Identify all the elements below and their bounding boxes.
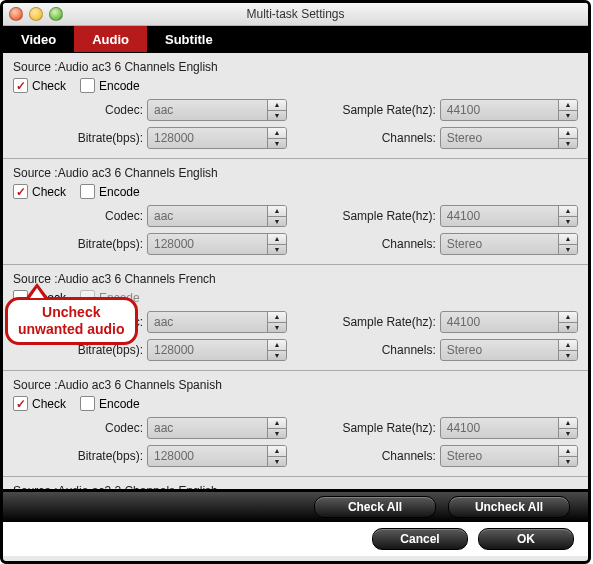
sample-rate-label: Sample Rate(hz): bbox=[324, 315, 440, 329]
encode-option[interactable]: Encode bbox=[80, 184, 140, 199]
select-value: Stereo bbox=[447, 237, 482, 251]
channels-label: Channels: bbox=[324, 343, 440, 357]
select-value: aac bbox=[154, 209, 173, 223]
encode-label: Encode bbox=[99, 79, 140, 93]
bitrate-select[interactable]: 128000▲▼ bbox=[147, 233, 287, 255]
select-value: 44100 bbox=[447, 209, 480, 223]
sample-rate-select[interactable]: 44100▲▼ bbox=[440, 99, 578, 121]
settings-window: Multi-task Settings VideoAudioSubtitle S… bbox=[0, 0, 591, 564]
minimize-icon[interactable] bbox=[29, 7, 43, 21]
channels-label: Channels: bbox=[324, 131, 440, 145]
encode-label: Encode bbox=[99, 185, 140, 199]
select-value: 44100 bbox=[447, 315, 480, 329]
check-label: Check bbox=[32, 291, 66, 305]
channels-select[interactable]: Stereo▲▼ bbox=[440, 339, 578, 361]
checkbox-icon[interactable] bbox=[13, 290, 28, 305]
audio-track: Source :Audio ac3 6 Channels SpanishChec… bbox=[3, 371, 588, 477]
stepper-icon[interactable]: ▲▼ bbox=[267, 100, 286, 120]
window-title: Multi-task Settings bbox=[246, 7, 344, 21]
checkbox-icon[interactable] bbox=[80, 78, 95, 93]
audio-track: Source :Audio ac3 6 Channels EnglishChec… bbox=[3, 53, 588, 159]
close-icon[interactable] bbox=[9, 7, 23, 21]
bitrate-label: Bitrate(bps): bbox=[13, 449, 147, 463]
audio-track-list[interactable]: Source :Audio ac3 6 Channels EnglishChec… bbox=[3, 53, 588, 489]
source-label: Source :Audio ac3 6 Channels Spanish bbox=[13, 375, 578, 395]
stepper-icon[interactable]: ▲▼ bbox=[267, 340, 286, 360]
stepper-icon[interactable]: ▲▼ bbox=[558, 100, 577, 120]
check-all-button[interactable]: Check All bbox=[314, 496, 436, 518]
select-value: 128000 bbox=[154, 449, 194, 463]
channels-select[interactable]: Stereo▲▼ bbox=[440, 127, 578, 149]
stepper-icon[interactable]: ▲▼ bbox=[267, 446, 286, 466]
ok-button[interactable]: OK bbox=[478, 528, 574, 550]
select-value: 44100 bbox=[447, 103, 480, 117]
codec-select[interactable]: aac▲▼ bbox=[147, 417, 287, 439]
stepper-icon[interactable]: ▲▼ bbox=[558, 312, 577, 332]
sample-rate-label: Sample Rate(hz): bbox=[324, 209, 440, 223]
stepper-icon[interactable]: ▲▼ bbox=[267, 312, 286, 332]
checkbox-icon[interactable] bbox=[13, 184, 28, 199]
checkbox-icon[interactable] bbox=[80, 184, 95, 199]
bitrate-label: Bitrate(bps): bbox=[13, 131, 147, 145]
stepper-icon[interactable]: ▲▼ bbox=[558, 234, 577, 254]
check-option[interactable]: Check bbox=[13, 78, 66, 93]
stepper-icon[interactable]: ▲▼ bbox=[558, 418, 577, 438]
dialog-action-bar: Cancel OK bbox=[3, 522, 588, 556]
select-value: 128000 bbox=[154, 343, 194, 357]
sample-rate-select[interactable]: 44100▲▼ bbox=[440, 205, 578, 227]
sample-rate-select[interactable]: 44100▲▼ bbox=[440, 417, 578, 439]
checkbox-icon[interactable] bbox=[80, 290, 95, 305]
checkbox-icon[interactable] bbox=[13, 396, 28, 411]
stepper-icon[interactable]: ▲▼ bbox=[558, 446, 577, 466]
codec-select[interactable]: aac▲▼ bbox=[147, 205, 287, 227]
stepper-icon[interactable]: ▲▼ bbox=[267, 128, 286, 148]
tab-subtitle[interactable]: Subtitle bbox=[147, 26, 231, 52]
select-value: Stereo bbox=[447, 343, 482, 357]
encode-label: Encode bbox=[99, 291, 140, 305]
codec-label: Codec: bbox=[13, 421, 147, 435]
check-option[interactable]: Check bbox=[13, 184, 66, 199]
select-value: aac bbox=[154, 421, 173, 435]
encode-option[interactable]: Encode bbox=[80, 396, 140, 411]
cancel-button[interactable]: Cancel bbox=[372, 528, 468, 550]
bitrate-label: Bitrate(bps): bbox=[13, 237, 147, 251]
bitrate-select[interactable]: 128000▲▼ bbox=[147, 339, 287, 361]
tab-video[interactable]: Video bbox=[3, 26, 74, 52]
check-label: Check bbox=[32, 397, 66, 411]
select-value: Stereo bbox=[447, 449, 482, 463]
select-value: aac bbox=[154, 103, 173, 117]
sample-rate-label: Sample Rate(hz): bbox=[324, 421, 440, 435]
codec-select[interactable]: aac▲▼ bbox=[147, 311, 287, 333]
encode-option[interactable]: Encode bbox=[80, 290, 140, 305]
stepper-icon[interactable]: ▲▼ bbox=[558, 128, 577, 148]
audio-track: Source :Audio ac3 6 Channels FrenchCheck… bbox=[3, 265, 588, 371]
stepper-icon[interactable]: ▲▼ bbox=[558, 206, 577, 226]
channels-select[interactable]: Stereo▲▼ bbox=[440, 445, 578, 467]
stepper-icon[interactable]: ▲▼ bbox=[267, 418, 286, 438]
stepper-icon[interactable]: ▲▼ bbox=[558, 340, 577, 360]
window-controls bbox=[9, 7, 63, 21]
source-label: Source :Audio ac3 6 Channels English bbox=[13, 57, 578, 77]
source-label: Source :Audio ac3 6 Channels English bbox=[13, 163, 578, 183]
bitrate-select[interactable]: 128000▲▼ bbox=[147, 445, 287, 467]
sample-rate-select[interactable]: 44100▲▼ bbox=[440, 311, 578, 333]
codec-select[interactable]: aac▲▼ bbox=[147, 99, 287, 121]
tab-audio[interactable]: Audio bbox=[74, 26, 147, 52]
select-value: 44100 bbox=[447, 421, 480, 435]
source-label: Source :Audio ac3 2 Channels English bbox=[13, 481, 578, 489]
sample-rate-label: Sample Rate(hz): bbox=[324, 103, 440, 117]
encode-option[interactable]: Encode bbox=[80, 78, 140, 93]
stepper-icon[interactable]: ▲▼ bbox=[267, 206, 286, 226]
channels-select[interactable]: Stereo▲▼ bbox=[440, 233, 578, 255]
codec-label: Codec: bbox=[13, 209, 147, 223]
checkbox-icon[interactable] bbox=[80, 396, 95, 411]
select-value: Stereo bbox=[447, 131, 482, 145]
check-option[interactable]: Check bbox=[13, 396, 66, 411]
uncheck-all-button[interactable]: Uncheck All bbox=[448, 496, 570, 518]
checkbox-icon[interactable] bbox=[13, 78, 28, 93]
bitrate-select[interactable]: 128000▲▼ bbox=[147, 127, 287, 149]
select-value: 128000 bbox=[154, 131, 194, 145]
stepper-icon[interactable]: ▲▼ bbox=[267, 234, 286, 254]
zoom-icon[interactable] bbox=[49, 7, 63, 21]
check-option[interactable]: Check bbox=[13, 290, 66, 305]
